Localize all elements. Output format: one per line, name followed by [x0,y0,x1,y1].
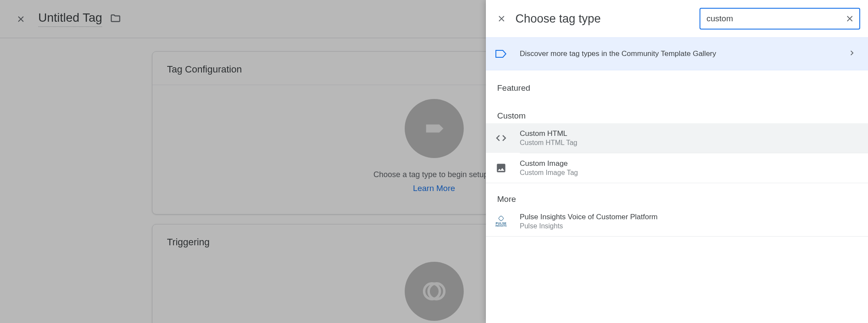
learn-more-link[interactable]: Learn More [413,184,455,193]
close-icon [845,14,855,23]
tag-name-input[interactable]: Untitled Tag [38,11,102,27]
folder-button[interactable] [110,13,121,26]
list-item-subtitle: Custom HTML Tag [520,139,577,147]
folder-icon [110,13,121,24]
panel-header: Choose tag type [486,0,868,37]
config-hint-text: Choose a tag type to begin setup... [373,170,495,179]
image-icon [494,161,508,175]
list-item-title: Pulse Insights Voice of Customer Platfor… [520,213,657,221]
list-item-subtitle: Custom Image Tag [520,169,578,177]
choose-tag-type-panel: Choose tag type Discover more tag types … [486,0,868,323]
community-gallery-banner[interactable]: Discover more tag types in the Community… [486,37,868,70]
close-icon [497,14,506,23]
banner-text: Discover more tag types in the Community… [520,49,847,58]
tag-type-custom-image[interactable]: Custom Image Custom Image Tag [486,153,868,183]
panel-title: Choose tag type [515,12,696,26]
search-input[interactable] [700,8,860,30]
close-panel-button[interactable] [491,8,512,29]
code-icon [494,131,508,145]
close-editor-button[interactable] [10,9,31,30]
section-custom: Custom [486,93,868,123]
tag-type-custom-html[interactable]: Custom HTML Custom HTML Tag [486,123,868,153]
trigger-icon [421,278,448,305]
clear-search-button[interactable] [843,12,857,26]
tag-type-pulse-insights[interactable]: PULSEINSIGHTS Pulse Insights Voice of Cu… [486,207,868,237]
list-item-title: Custom Image [520,159,578,168]
tag-icon [422,116,446,141]
custom-list: Custom HTML Custom HTML Tag Custom Image… [486,123,868,183]
chevron-right-icon [847,48,857,59]
trigger-placeholder-circle [405,262,464,321]
tag-outline-icon [494,46,508,61]
list-item-title: Custom HTML [520,129,577,138]
list-item-subtitle: Pulse Insights [520,222,657,230]
section-featured: Featured [486,70,868,93]
tag-placeholder-circle [405,99,464,158]
search-wrapper [700,8,860,30]
section-more: More [486,183,868,207]
close-icon [16,14,26,24]
pulse-insights-logo-icon: PULSEINSIGHTS [494,214,508,229]
more-list: PULSEINSIGHTS Pulse Insights Voice of Cu… [486,207,868,237]
